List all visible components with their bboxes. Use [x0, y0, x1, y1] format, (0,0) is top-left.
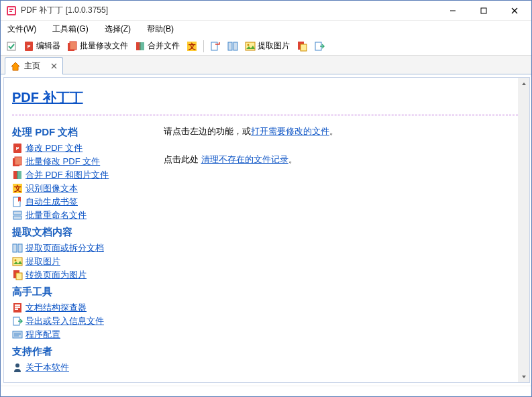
maximize-button[interactable] [468, 1, 499, 21]
batch-icon [67, 41, 78, 52]
config-icon [12, 329, 23, 340]
vertical-scrollbar[interactable] [518, 78, 529, 382]
structure-icon [12, 302, 23, 313]
link-clean-records[interactable]: 清理不存在的文件记录 [201, 154, 288, 164]
menu-tools[interactable]: 工具箱(G) [50, 22, 91, 36]
main-line2-b: 。 [288, 154, 297, 164]
svg-rect-30 [15, 157, 21, 165]
batch-icon [12, 156, 23, 167]
link-to-image[interactable]: 转换页面为图片 [25, 269, 87, 281]
image-icon [245, 41, 256, 52]
toolbar-separator [203, 40, 204, 52]
svg-rect-18 [228, 42, 232, 50]
toolbar-merge-label: 合并文件 [148, 40, 180, 52]
toolbar-extract-img[interactable]: 提取图片 [242, 39, 292, 53]
link-config[interactable]: 程序配置 [25, 329, 60, 341]
svg-rect-14 [140, 42, 144, 50]
toolbar-merge[interactable]: 合并文件 [132, 39, 182, 53]
minimize-button[interactable] [437, 1, 468, 21]
export-icon [314, 41, 325, 52]
rename-icon [12, 210, 23, 221]
link-bookmarks[interactable]: 自动生成书签 [25, 196, 78, 208]
list-item: 批量重命名文件 [12, 209, 148, 222]
menu-file[interactable]: 文件(W) [5, 22, 39, 36]
section-extract-list: 提取页面或拆分文档 提取图片 转换页面为图片 [12, 241, 148, 282]
menubar: 文件(W) 工具箱(G) 选择(Z) 帮助(B) [1, 21, 531, 37]
svg-rect-46 [15, 306, 20, 308]
window-title: PDF 补丁丁 [1.0.0.3755] [21, 5, 437, 16]
convert-icon [297, 41, 307, 52]
content-area: PDF 补丁丁 处理 PDF 文档 P修改 PDF 文件 批量修改 PDF 文件… [1, 74, 531, 386]
home-icon [11, 62, 20, 71]
link-about[interactable]: 关于本软件 [25, 361, 69, 374]
toolbar-batch[interactable]: 批量修改文件 [64, 39, 131, 53]
scroll-up-icon[interactable] [518, 78, 529, 89]
menu-select[interactable]: 选择(Z) [102, 22, 134, 36]
link-rename[interactable]: 批量重命名文件 [25, 209, 87, 221]
link-modify[interactable]: 修改 PDF 文件 [25, 142, 83, 154]
tabbar: 主页 [1, 56, 531, 74]
list-item: 提取图片 [12, 255, 148, 268]
link-open-file[interactable]: 打开需要修改的文件 [251, 126, 329, 136]
ocr-icon: 文 [187, 41, 197, 52]
list-item: 自动生成书签 [12, 195, 148, 209]
merge-icon [12, 170, 23, 180]
link-info[interactable]: 导出或导入信息文件 [25, 315, 104, 327]
link-structure[interactable]: 文档结构探查器 [25, 302, 87, 314]
svg-text:文: 文 [13, 184, 21, 192]
svg-rect-3 [9, 11, 12, 12]
image-icon [12, 256, 23, 267]
list-item: 关于本软件 [12, 361, 148, 374]
main-line1: 请点击左边的功能，或打开需要修改的文件。 [164, 125, 520, 139]
person-icon [12, 362, 23, 373]
tab-home[interactable]: 主页 [5, 57, 63, 74]
main-line1-b: 。 [329, 126, 338, 136]
toolbar-batch-label: 批量修改文件 [80, 40, 128, 52]
split-icon [227, 41, 238, 52]
section-advanced-list: 文档结构探查器 导出或导入信息文件 程序配置 [12, 301, 148, 341]
merge-icon [135, 41, 146, 52]
section-support-title: 支持作者 [12, 345, 148, 358]
menu-help[interactable]: 帮助(B) [144, 22, 176, 36]
list-item: 程序配置 [12, 328, 148, 341]
main-pane: 请点击左边的功能，或打开需要修改的文件。 点击此处 清理不存在的文件记录。 [154, 118, 529, 382]
section-process-list: P修改 PDF 文件 批量修改 PDF 文件 合并 PDF 和图片文件 文识别图… [12, 141, 148, 222]
svg-rect-32 [17, 171, 21, 179]
svg-rect-47 [15, 308, 18, 310]
export-icon [12, 316, 23, 327]
toolbar-convert-img[interactable] [294, 40, 310, 53]
link-merge[interactable]: 合并 PDF 和图片文件 [25, 169, 109, 181]
svg-rect-40 [13, 258, 22, 266]
divider [12, 115, 521, 115]
toolbar-ocr[interactable]: 文 [184, 40, 200, 53]
scroll-track[interactable] [518, 89, 529, 371]
link-extract-images[interactable]: 提取图片 [25, 256, 60, 268]
tab-close-icon[interactable] [51, 62, 57, 71]
toolbar-editor[interactable]: P编辑器 [21, 39, 63, 53]
ocr-icon: 文 [12, 183, 23, 194]
toolbar: P编辑器 批量修改文件 合并文件 文 提取图片 [1, 37, 531, 56]
svg-rect-37 [13, 216, 21, 219]
link-ocr[interactable]: 识别图像文本 [25, 182, 78, 194]
toolbar-export[interactable] [311, 40, 327, 53]
toolbar-checkbox[interactable] [3, 40, 19, 53]
scroll-down-icon[interactable] [518, 371, 529, 382]
toolbar-extract-pages2[interactable] [225, 40, 241, 53]
toolbar-extract-pages[interactable] [207, 40, 223, 53]
link-batch-modify[interactable]: 批量修改 PDF 文件 [25, 156, 100, 168]
close-button[interactable] [499, 1, 530, 21]
svg-rect-36 [13, 211, 21, 215]
list-item: 文识别图像文本 [12, 182, 148, 195]
svg-rect-12 [70, 42, 76, 50]
svg-rect-38 [13, 244, 17, 252]
link-extract-pages[interactable]: 提取页面或拆分文档 [25, 242, 104, 254]
svg-rect-39 [18, 244, 22, 252]
svg-rect-20 [246, 42, 255, 50]
app-window: PDF 补丁丁 [1.0.0.3755] 文件(W) 工具箱(G) 选择(Z) … [0, 0, 532, 397]
svg-point-21 [248, 44, 250, 46]
content-frame: PDF 补丁丁 处理 PDF 文档 P修改 PDF 文件 批量修改 PDF 文件… [3, 77, 530, 383]
page-title-link[interactable]: PDF 补丁丁 [12, 90, 83, 105]
svg-rect-19 [233, 42, 237, 50]
convert-icon [12, 270, 23, 280]
main-line2-a: 点击此处 [164, 154, 201, 164]
